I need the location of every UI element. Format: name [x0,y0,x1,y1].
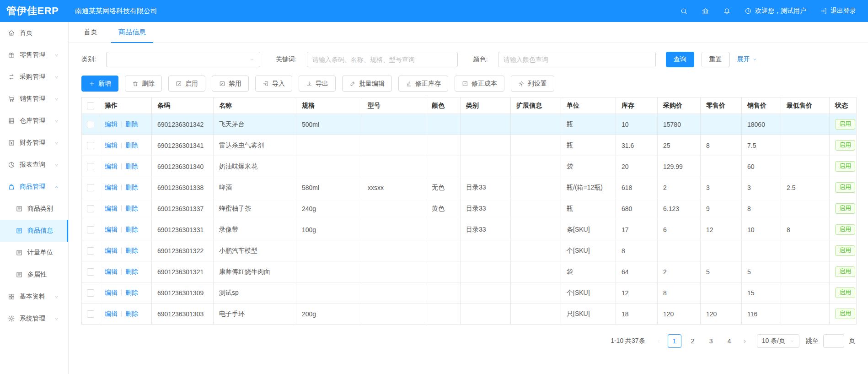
select-all-checkbox[interactable] [87,102,94,109]
column-header: 采购价 [658,98,701,114]
batch-edit-button[interactable]: 批量编辑 [342,76,392,92]
table-row: 编辑删除6901236301303电子手环200g只[SKU]181201201… [82,304,857,325]
edit-link[interactable]: 编辑 [105,310,118,317]
delete-link[interactable]: 删除 [125,289,138,296]
cell-actions: 编辑删除 [99,114,152,135]
color-input[interactable] [498,52,656,67]
delete-link[interactable]: 删除 [125,205,138,212]
cell-unit: 瓶 [561,114,616,135]
cell-sale_price: 15 [742,282,781,304]
delete-link[interactable]: 删除 [125,310,138,317]
jump-page-input[interactable] [823,334,844,348]
edit-link[interactable]: 编辑 [105,184,118,191]
row-checkbox[interactable] [87,247,94,255]
delete-link[interactable]: 删除 [125,141,138,149]
tab-home[interactable]: 首页 [76,22,105,43]
delete-link[interactable]: 删除 [125,247,138,254]
sidebar-item-sales[interactable]: 销售管理 [0,88,68,110]
edit-link[interactable]: 编辑 [105,268,118,275]
row-checkbox[interactable] [87,184,94,191]
row-checkbox[interactable] [87,310,94,318]
edit-link[interactable]: 编辑 [105,205,118,212]
category-select[interactable] [106,52,260,67]
cell-purchase_price: 6 [658,219,701,240]
tab-goods-info[interactable]: 商品信息 [111,22,153,43]
page-button-1[interactable]: 1 [668,334,681,348]
row-checkbox[interactable] [87,142,94,149]
delete-link[interactable]: 删除 [125,268,138,275]
filter-bar: 类别: 关键词: 颜色: 查询 重置 展开 [81,43,855,76]
column-settings-button[interactable]: 列设置 [511,76,554,92]
import-icon [263,81,269,87]
fix-cost-button[interactable]: 修正成本 [455,76,504,92]
header-actions: 欢迎您，测试用户 退出登录 [666,7,868,15]
edit-link[interactable]: 编辑 [105,226,118,233]
link-divider [121,142,122,148]
delete-link[interactable]: 删除 [125,163,138,170]
sidebar-item-goods-category[interactable]: 商品类别 [0,198,68,220]
sidebar-item-label: 报表查询 [20,161,45,169]
page-button-4[interactable]: 4 [723,334,736,348]
row-checkbox[interactable] [87,268,94,276]
search-icon[interactable] [680,7,688,15]
page-button-2[interactable]: 2 [686,334,700,348]
delete-link[interactable]: 删除 [125,120,138,128]
sidebar-item-purchase[interactable]: 采购管理 [0,66,68,88]
logout-button[interactable]: 退出登录 [820,7,856,15]
expand-link[interactable]: 展开 [737,55,757,64]
row-checkbox[interactable] [87,205,94,212]
cell-purchase_price: 120 [658,304,701,325]
table-row: 编辑删除6901236301340奶油味爆米花袋20129.9960启用 [82,156,857,177]
row-checkbox[interactable] [87,226,94,233]
cell-sale_price: 18060 [742,114,781,135]
edit-link[interactable]: 编辑 [105,289,118,296]
button-label: 新增 [98,80,111,88]
search-button[interactable]: 查询 [666,52,694,67]
sidebar-item-reports[interactable]: 报表查询 [0,154,68,176]
sidebar-item-attributes[interactable]: 多属性 [0,264,68,286]
sidebar-item-goods[interactable]: 商品管理 [0,176,68,198]
edit-link[interactable]: 编辑 [105,247,118,254]
status-badge: 启用 [835,182,855,192]
column-header: 颜色 [426,98,461,114]
bell-icon[interactable] [723,7,731,15]
sidebar-item-basic-data[interactable]: 基本资料 [0,286,68,308]
sidebar-item-retail[interactable]: 零售管理 [0,44,68,66]
page-size-select[interactable]: 10 条/页 [757,334,799,348]
reset-button[interactable]: 重置 [702,52,730,67]
chevron-down-icon [54,163,59,168]
prev-page-button[interactable] [653,335,665,347]
sidebar-item-warehouse[interactable]: 仓库管理 [0,110,68,132]
row-checkbox[interactable] [87,163,94,170]
delete-link[interactable]: 删除 [125,226,138,233]
cell-color [426,114,461,135]
edit-link[interactable]: 编辑 [105,141,118,149]
sidebar-item-goods-info[interactable]: 商品信息 [0,220,68,242]
next-page-button[interactable] [739,335,751,347]
cell-model [362,219,426,240]
plus-icon [89,81,95,87]
delete-link[interactable]: 删除 [125,184,138,191]
table-row: 编辑删除6901236301321康师傅红烧牛肉面袋64255启用 [82,261,857,282]
sidebar-item-system[interactable]: 系统管理 [0,308,68,330]
delete-button[interactable]: 删除 [125,76,162,92]
page-button-3[interactable]: 3 [704,334,718,348]
cell-purchase_price [658,240,701,261]
enable-button[interactable]: 启用 [168,76,205,92]
bank-icon[interactable] [702,7,709,15]
sidebar-item-finance[interactable]: 财务管理 [0,132,68,154]
add-button[interactable]: 新增 [81,76,118,92]
fix-stock-button[interactable]: 修正库存 [398,76,448,92]
row-checkbox[interactable] [87,289,94,297]
row-checkbox[interactable] [87,121,94,128]
keyword-input[interactable] [307,52,458,67]
sidebar-item-units[interactable]: 计量单位 [0,242,68,264]
welcome-user[interactable]: 欢迎您，测试用户 [745,7,806,15]
edit-link[interactable]: 编辑 [105,120,118,128]
disable-button[interactable]: 禁用 [212,76,249,92]
cell-actions: 编辑删除 [99,177,152,198]
export-button[interactable]: 导出 [299,76,336,92]
edit-link[interactable]: 编辑 [105,163,118,170]
import-button[interactable]: 导入 [255,76,292,92]
sidebar-item-home[interactable]: 首页 [0,22,68,44]
